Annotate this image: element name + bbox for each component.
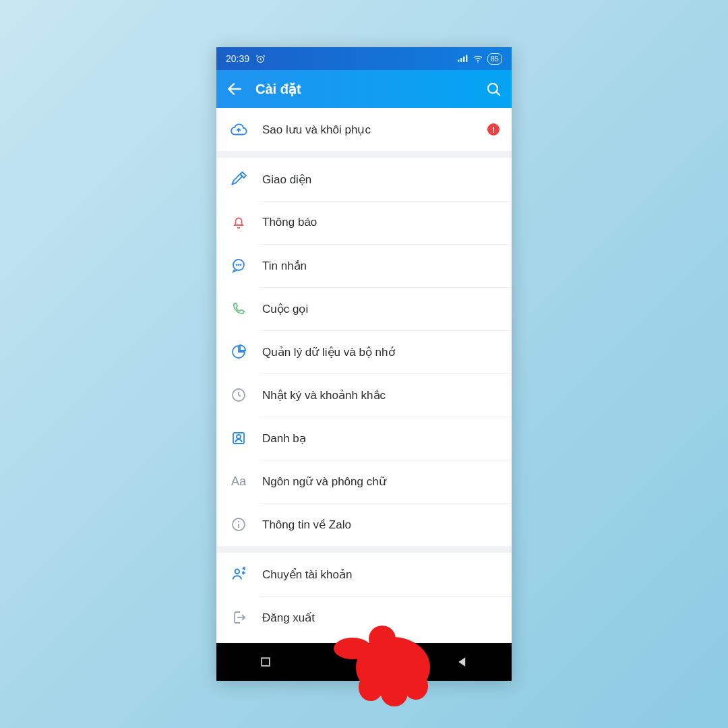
row-label: Nhật ký và khoảnh khắc: [262, 388, 499, 402]
svg-point-16: [235, 569, 240, 574]
chat-icon: [229, 255, 249, 276]
row-label: Sao lưu và khôi phục: [262, 123, 487, 137]
row-label: Ngôn ngữ và phông chữ: [262, 475, 499, 489]
row-label: Tin nhắn: [262, 259, 499, 273]
row-label: Thông báo: [262, 216, 499, 229]
system-nav-bar: [216, 643, 512, 681]
battery-indicator: 85: [487, 53, 502, 65]
row-label: Đăng xuất: [262, 611, 499, 625]
app-header: Cài đặt: [216, 70, 512, 108]
wifi-icon: [473, 53, 483, 64]
svg-rect-2: [460, 58, 462, 62]
contact-card-icon: [229, 428, 249, 448]
svg-point-10: [241, 265, 241, 266]
info-icon: [229, 514, 249, 535]
brush-icon: [229, 169, 249, 189]
nav-back-button[interactable]: [449, 648, 476, 675]
row-label: Thông tin về Zalo: [262, 518, 499, 532]
row-about-zalo[interactable]: Thông tin về Zalo: [216, 503, 512, 546]
back-button[interactable]: [226, 80, 243, 98]
phone-frame: 20:39 85 Cài đặt: [216, 47, 512, 681]
group-separator: [216, 546, 512, 553]
nav-home-button[interactable]: [351, 648, 377, 675]
alarm-icon: [255, 53, 266, 64]
alert-badge-icon: !: [487, 123, 499, 135]
row-label: Chuyển tài khoản: [262, 568, 499, 582]
row-switch-account[interactable]: Chuyển tài khoản: [216, 553, 512, 596]
pie-chart-icon: [229, 342, 249, 362]
svg-point-19: [361, 659, 367, 665]
svg-rect-1: [458, 60, 459, 62]
group-separator: [216, 151, 512, 158]
row-language-font[interactable]: Aa Ngôn ngữ và phông chữ: [216, 460, 512, 503]
row-label: Danh bạ: [262, 431, 499, 446]
status-time: 20:39: [226, 53, 249, 64]
cloud-restore-icon: [229, 119, 249, 140]
svg-rect-4: [466, 55, 467, 61]
row-backup-restore[interactable]: Sao lưu và khôi phục !: [216, 108, 512, 151]
bell-icon: [229, 212, 249, 233]
row-label: Giao diện: [262, 173, 499, 187]
typography-icon: Aa: [229, 471, 249, 491]
row-notifications[interactable]: Thông báo: [216, 201, 512, 244]
row-contacts[interactable]: Danh bạ: [216, 417, 512, 460]
svg-point-6: [488, 84, 497, 93]
status-bar: 20:39 85: [216, 47, 512, 70]
nav-recent-button[interactable]: [252, 648, 279, 675]
search-button[interactable]: [485, 80, 502, 98]
svg-point-24: [381, 679, 408, 706]
svg-point-9: [239, 265, 239, 266]
row-messages[interactable]: Tin nhắn: [216, 244, 512, 287]
phone-icon: [229, 299, 249, 319]
row-logout[interactable]: Đăng xuất: [216, 596, 512, 639]
backdrop: 20:39 85 Cài đặt: [0, 0, 728, 728]
switch-account-icon: [229, 564, 249, 584]
svg-rect-17: [262, 658, 270, 666]
logout-icon: [229, 607, 249, 628]
svg-point-8: [237, 265, 237, 266]
svg-point-15: [238, 521, 239, 522]
clock-icon: [229, 385, 249, 405]
row-calls[interactable]: Cuộc gọi: [216, 287, 512, 330]
row-label: Quản lý dữ liệu và bộ nhớ: [262, 345, 499, 359]
row-diary-moments[interactable]: Nhật ký và khoảnh khắc: [216, 373, 512, 417]
signal-icon: [458, 53, 468, 64]
page-title: Cài đặt: [255, 81, 301, 97]
svg-rect-3: [463, 57, 464, 62]
svg-point-5: [477, 61, 478, 62]
svg-point-13: [237, 435, 241, 439]
row-data-storage[interactable]: Quản lý dữ liệu và bộ nhớ: [216, 330, 512, 373]
row-appearance[interactable]: Giao diện: [216, 158, 512, 201]
row-label: Cuộc gọi: [262, 302, 499, 316]
